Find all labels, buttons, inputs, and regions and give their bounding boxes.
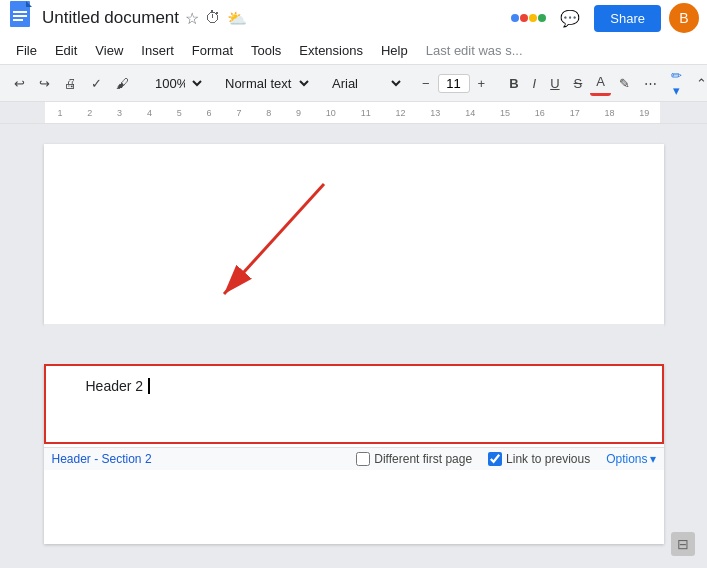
font-size-decrease[interactable]: − [416,72,436,95]
edit-mode-button[interactable]: ✏ ▾ [665,64,688,102]
link-to-previous-option[interactable]: Link to previous [488,452,590,466]
redo-button[interactable]: ↪ [33,72,56,95]
font-size-input[interactable] [438,74,470,93]
header-content[interactable]: Header 2 [86,378,144,394]
menu-view[interactable]: View [87,40,131,61]
different-first-page-checkbox[interactable] [356,452,370,466]
header-section[interactable]: Header 2 Header - Section 2 Different fi… [44,364,664,444]
options-button[interactable]: Options ▾ [606,452,655,466]
header-label-bar: Header - Section 2 Different first page … [44,447,664,470]
star-icon[interactable]: ☆ [185,9,199,28]
collapse-toolbar-button[interactable]: ⌃ [690,72,707,95]
link-to-previous-checkbox[interactable] [488,452,502,466]
cursor [144,378,150,394]
svg-rect-3 [13,15,27,17]
link-to-previous-label: Link to previous [506,452,590,466]
last-edit: Last edit was s... [426,43,523,58]
font-select[interactable]: Arial Times New Roman [324,72,404,95]
meet-icon [511,14,546,22]
menu-tools[interactable]: Tools [243,40,289,61]
title-left: Untitled document ☆ ⏱ ⛅ [8,1,247,35]
scroll-icon: ⊟ [677,536,689,552]
strikethrough-button[interactable]: S [568,72,589,95]
share-button[interactable]: Share [594,5,661,32]
page-1-content[interactable] [44,144,664,324]
header-options: Different first page Link to previous Op… [356,452,655,466]
menu-help[interactable]: Help [373,40,416,61]
different-first-page-label: Different first page [374,452,472,466]
print-button[interactable]: 🖨 [58,72,83,95]
svg-rect-4 [13,19,23,21]
page-1 [44,144,664,324]
underline-button[interactable]: U [544,72,565,95]
menu-extensions[interactable]: Extensions [291,40,371,61]
menu-file[interactable]: File [8,40,45,61]
style-select[interactable]: Normal text Heading 1 Heading 2 [217,72,312,95]
cloud-icon[interactable]: ⛅ [227,9,247,28]
text-color-button[interactable]: A [590,70,611,96]
paint-format-button[interactable]: 🖌 [110,72,135,95]
ruler-numbers: 1 2 3 4 5 6 7 8 9 10 11 12 13 14 15 16 1… [45,102,662,123]
spellcheck-button[interactable]: ✓ [85,72,108,95]
page-2: Header 2 Header - Section 2 Different fi… [44,364,664,544]
menu-edit[interactable]: Edit [47,40,85,61]
chat-button[interactable]: 💬 [554,5,586,32]
docs-icon [8,1,36,35]
title-bar: Untitled document ☆ ⏱ ⛅ 💬 Share B [0,0,707,36]
svg-rect-2 [13,11,27,13]
italic-button[interactable]: I [527,72,543,95]
toolbar: ↩ ↪ 🖨 ✓ 🖌 100% Normal text Heading 1 Hea… [0,64,707,102]
meet-button[interactable] [511,14,546,22]
doc-title[interactable]: Untitled document [42,8,179,28]
font-size-area: − + [416,72,491,95]
more-button[interactable]: ⋯ [638,72,663,95]
menu-insert[interactable]: Insert [133,40,182,61]
header-section-label: Header - Section 2 [52,452,152,466]
menu-bar: File Edit View Insert Format Tools Exten… [0,36,707,64]
doc-area[interactable]: Header 2 Header - Section 2 Different fi… [0,124,707,568]
avatar[interactable]: B [669,3,699,33]
highlight-button[interactable]: ✎ [613,72,636,95]
title-right: 💬 Share B [511,3,699,33]
toolbar-right: ✏ ▾ ⌃ [665,64,707,102]
history-icon[interactable]: ⏱ [205,9,221,27]
options-label: Options [606,452,647,466]
header-text: Header 2 [86,378,622,394]
bold-button[interactable]: B [503,72,524,95]
scroll-to-bottom[interactable]: ⊟ [671,532,695,556]
svg-line-6 [224,184,324,294]
options-chevron-icon: ▾ [650,452,656,466]
zoom-select[interactable]: 100% [147,72,205,95]
menu-format[interactable]: Format [184,40,241,61]
font-size-increase[interactable]: + [472,72,492,95]
arrow-annotation [124,164,344,324]
ruler: 1 2 3 4 5 6 7 8 9 10 11 12 13 14 15 16 1… [0,102,707,124]
undo-button[interactable]: ↩ [8,72,31,95]
page-divider [44,324,664,364]
different-first-page-option[interactable]: Different first page [356,452,472,466]
